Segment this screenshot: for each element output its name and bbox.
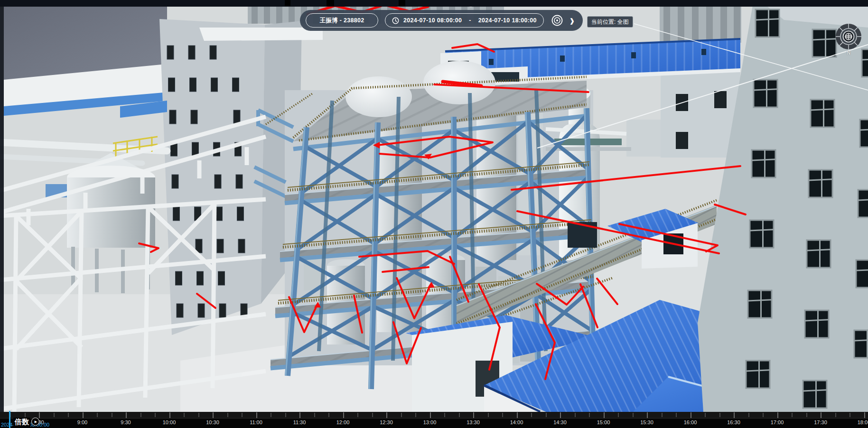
- timeline-label: 10:00: [163, 419, 176, 425]
- timeline-major-tick: [777, 412, 778, 418]
- timeline-major-tick: [256, 412, 257, 418]
- timeline-minor-tick: [112, 413, 112, 417]
- timeline-minor-tick: [676, 413, 677, 417]
- timeline-label: 17:00: [771, 419, 784, 425]
- tracking-toolbar: 王振博 - 238802 2024-07-10 08:00:00 - 2024-…: [300, 10, 583, 31]
- timeline-minor-tick: [618, 413, 619, 417]
- person-selector[interactable]: 王振博 - 238802: [306, 13, 378, 28]
- timeline-bar: 8:309:009:3010:0010:3011:0011:3012:0012:…: [0, 412, 868, 428]
- timeline-label: 14:30: [553, 419, 567, 425]
- compass-north-label: N: [834, 50, 863, 56]
- timeline-label: 11:00: [250, 419, 262, 425]
- timeline-minor-tick: [285, 413, 286, 417]
- factory-3d-viewport[interactable]: [0, 0, 868, 428]
- timeline-major-tick: [83, 412, 84, 418]
- timeline-minor-tick: [372, 413, 373, 417]
- timeline-label: 10:30: [206, 419, 219, 425]
- timeline-minor-tick: [242, 413, 243, 417]
- timeline-minor-tick: [97, 413, 98, 417]
- time-separator: -: [466, 17, 474, 24]
- playback-speed-selector[interactable]: 倍数: [13, 418, 30, 427]
- timeline-minor-tick: [140, 413, 141, 417]
- timeline-major-tick: [169, 412, 170, 418]
- timeline-minor-tick: [401, 413, 402, 417]
- timeline-major-tick: [560, 412, 561, 418]
- timeline-minor-tick: [835, 413, 836, 417]
- timeline-major-tick: [386, 412, 387, 418]
- timeline-label: 9:00: [77, 419, 87, 425]
- play-icon[interactable]: ▶: [31, 418, 39, 426]
- timeline-major-tick: [39, 412, 40, 418]
- time-range-selector[interactable]: 2024-07-10 08:00:00 - 2024-07-10 18:00:0…: [385, 13, 544, 28]
- chevron-right-icon[interactable]: ›: [569, 13, 575, 28]
- timeline-minor-tick: [662, 413, 663, 417]
- timeline-minor-tick: [68, 413, 69, 417]
- timeline-label: 13:00: [423, 419, 437, 425]
- timeline-label: 14:00: [510, 419, 523, 425]
- timeline-minor-tick: [502, 413, 503, 417]
- timeline-minor-tick: [328, 413, 329, 417]
- timeline-minor-tick: [575, 413, 576, 417]
- timeline-label: 15:00: [597, 419, 610, 425]
- timeline-minor-tick: [459, 413, 460, 417]
- timeline-label: 16:30: [727, 419, 740, 425]
- compass-rose-icon: [834, 22, 863, 51]
- current-location-badge: 当前位置: 全图: [587, 16, 633, 28]
- timeline-minor-tick: [763, 413, 764, 417]
- timeline-minor-tick: [589, 413, 590, 417]
- timeline-minor-tick: [25, 413, 26, 417]
- timeline-playhead[interactable]: [9, 411, 10, 428]
- timeline-major-tick: [343, 412, 344, 418]
- timeline-label: 15:30: [640, 419, 653, 425]
- timeline-minor-tick: [849, 413, 850, 417]
- time-start: 2024-07-10 08:00:00: [403, 17, 462, 24]
- timeline-major-tick: [691, 412, 691, 418]
- timeline-minor-tick: [271, 413, 271, 417]
- timeline-minor-tick: [54, 413, 55, 417]
- timeline-minor-tick: [546, 413, 547, 417]
- timeline-minor-tick: [792, 413, 793, 417]
- timeline-major-tick: [864, 412, 865, 418]
- timeline-label: 12:00: [336, 419, 350, 425]
- timeline-minor-tick: [227, 413, 228, 417]
- clock-icon: [392, 17, 399, 24]
- timeline-minor-tick: [531, 413, 532, 417]
- timeline-major-tick: [473, 412, 474, 418]
- timeline-major-tick: [604, 412, 605, 418]
- locate-glyph: [551, 14, 563, 27]
- timeline-major-tick: [734, 412, 735, 418]
- timeline-minor-tick: [198, 413, 199, 417]
- person-label: 王振博 - 238802: [320, 17, 364, 25]
- timeline-major-tick: [517, 412, 518, 418]
- time-end: 2024-07-10 18:00:00: [478, 17, 537, 24]
- timeline-label: 9:30: [121, 419, 131, 425]
- timeline-major-tick: [430, 412, 431, 418]
- timeline-label: 16:00: [684, 419, 697, 425]
- target-locate-icon[interactable]: [551, 13, 564, 28]
- timeline-minor-tick: [633, 413, 634, 417]
- timeline-label: 13:30: [467, 419, 480, 425]
- timeline-major-tick: [299, 412, 300, 418]
- timeline-minor-tick: [705, 413, 706, 417]
- timeline-minor-tick: [806, 413, 807, 417]
- timeline-major-tick: [821, 412, 821, 418]
- timeline-minor-tick: [357, 413, 358, 417]
- timeline-label: 18:00: [858, 419, 868, 425]
- timeline-major-tick: [126, 412, 127, 418]
- timeline-minor-tick: [415, 413, 416, 417]
- timeline-label: 11:30: [293, 419, 306, 425]
- app-window: 王振博 - 238802 2024-07-10 08:00:00 - 2024-…: [0, 0, 868, 428]
- timeline-minor-tick: [314, 413, 315, 417]
- timeline-minor-tick: [719, 413, 720, 417]
- timeline-label: 17:30: [814, 419, 827, 425]
- timeline-major-tick: [213, 412, 214, 418]
- timeline-tickstrip[interactable]: [0, 412, 868, 419]
- timeline-minor-tick: [184, 413, 185, 417]
- timeline-minor-tick: [444, 413, 445, 417]
- timeline-minor-tick: [748, 413, 749, 417]
- timeline-minor-tick: [155, 413, 156, 417]
- compass-gizmo[interactable]: N: [834, 22, 863, 57]
- timeline-minor-tick: [488, 413, 489, 417]
- timeline-label: 12:30: [380, 419, 393, 425]
- timeline-major-tick: [647, 412, 648, 418]
